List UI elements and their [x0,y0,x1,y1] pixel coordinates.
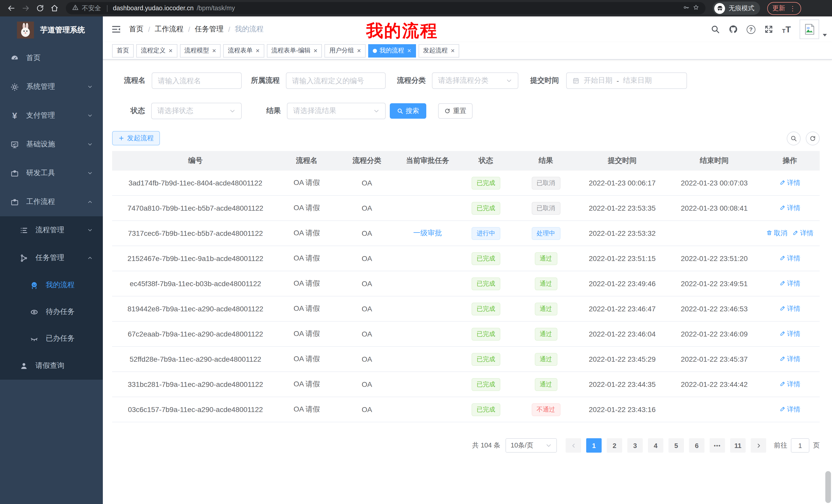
logo-row[interactable]: 芋道管理系统 [0,17,103,44]
chevron-down-icon [87,84,93,89]
sidebar-item-todo-tasks[interactable]: 待办任务 [0,299,103,325]
tab-发起流程[interactable]: 发起流程× [418,44,459,57]
parent-process-input[interactable] [286,73,386,89]
close-icon[interactable]: × [407,47,411,54]
result-select[interactable]: 请选择流结果 [287,103,386,119]
sidebar-item-task-mgmt[interactable]: 任务管理 [0,244,103,272]
font-size-icon[interactable]: TT [782,25,791,34]
more-pages-button[interactable]: ••• [710,438,725,453]
bookmark-star-icon[interactable] [693,4,699,12]
sidebar-item-my-process[interactable]: 我的流程 [0,272,103,299]
detail-button[interactable]: 详情 [779,178,800,188]
close-icon[interactable]: × [169,47,173,54]
cell-id: 331bc281-7b9a-11ec-a290-acde48001122 [112,380,279,388]
tab-流程表单-编辑[interactable]: 流程表单-编辑× [267,44,322,57]
home-icon[interactable] [48,2,61,15]
sidebar-item-infrastructure[interactable]: 基础设施 [0,130,103,159]
sidebar-fold-icon[interactable] [111,24,121,34]
sidebar-item-devtools[interactable]: 研发工具 [0,159,103,188]
address-bar[interactable]: 不安全 dashboard.yudao.iocoder.cn/bpm/task/… [66,2,705,15]
browser-menu-icon[interactable]: ⋮ [789,5,796,11]
detail-button[interactable]: 详情 [779,279,800,288]
help-icon[interactable]: ? [747,25,755,34]
search-icon[interactable] [711,25,720,34]
close-icon[interactable]: × [357,47,361,54]
create-process-button[interactable]: 发起流程 [112,131,160,145]
close-icon[interactable]: × [451,47,454,54]
prev-page-button[interactable] [566,438,581,453]
tab-流程表单[interactable]: 流程表单× [223,44,264,57]
detail-button[interactable]: 详情 [792,229,813,238]
caret-down-icon[interactable] [823,34,827,36]
update-button[interactable]: 更新 ⋮ [767,2,801,15]
status-label: 状态 [126,106,145,116]
search-button[interactable]: 搜索 [390,103,426,119]
reload-icon[interactable] [34,2,46,15]
page-button-6[interactable]: 6 [689,438,704,453]
detail-button[interactable]: 详情 [779,203,800,213]
key-icon[interactable] [683,4,690,12]
close-icon[interactable]: × [212,47,216,54]
forward-icon[interactable] [20,2,32,15]
reset-button[interactable]: 重置 [438,103,473,119]
table-search-icon[interactable] [787,131,801,145]
submit-time-range-input[interactable]: 开始日期 - 结束日期 [566,73,687,89]
tab-流程模型[interactable]: 流程模型× [180,44,220,57]
process-name-input[interactable] [152,73,242,89]
detail-button[interactable]: 详情 [779,380,800,389]
breadcrumb-item[interactable]: 任务管理 [195,25,224,34]
row-actions: 详情 [760,329,820,339]
sidebar-item-leave-query[interactable]: 请假查询 [0,352,103,380]
avatar[interactable] [800,20,819,39]
breadcrumb-item[interactable]: 工作流程 [155,25,184,34]
cell-actions: 详情 [760,279,820,288]
cell-submit-time: 2022-01-23 00:06:17 [576,179,669,187]
next-page-button[interactable] [751,438,766,453]
detail-button[interactable]: 详情 [779,355,800,364]
table-refresh-icon[interactable] [806,131,820,145]
page-size-select[interactable]: 10条/页 [505,438,557,453]
close-icon[interactable]: × [314,47,317,54]
page-button-3[interactable]: 3 [627,438,643,453]
detail-button[interactable]: 详情 [779,405,800,414]
sidebar-item-process-mgmt[interactable]: 流程管理 [0,216,103,244]
sidebar-item-label: 首页 [26,53,41,63]
page-button-11[interactable]: 11 [730,438,746,453]
tab-用户分组[interactable]: 用户分组× [325,44,366,57]
table-row: 7470a810-7b9b-11ec-b5b7-acde48001122OA 请… [112,196,820,221]
fullscreen-icon[interactable] [764,25,773,34]
sidebar-item-label: 已办任务 [46,334,75,343]
cell-process-name: OA 请假 [279,329,335,339]
table-row: 67c2eaab-7b9a-11ec-a290-acde48001122OA 请… [112,321,820,347]
back-icon[interactable] [5,2,18,15]
cell-result: 通过 [516,378,576,391]
cell-status: 已完成 [456,353,516,366]
breadcrumb-item[interactable]: 首页 [129,25,144,34]
goto-page-input[interactable] [791,438,809,453]
category-select[interactable]: 请选择流程分类 [432,73,518,89]
detail-button[interactable]: 详情 [779,329,800,339]
tab-我的流程[interactable]: 我的流程× [368,44,416,57]
github-icon[interactable] [729,25,738,34]
sidebar-item-home[interactable]: 首页 [0,44,103,73]
sidebar-item-system[interactable]: 系统管理 [0,73,103,101]
cell-actions: 详情 [760,355,820,364]
close-icon[interactable]: × [256,47,259,54]
page-button-5[interactable]: 5 [669,438,684,453]
row-actions: 详情 [760,355,820,364]
detail-button[interactable]: 详情 [779,254,800,263]
page-button-1[interactable]: 1 [586,438,602,453]
status-select[interactable]: 请选择状态 [151,103,242,119]
sidebar-item-done-tasks[interactable]: 已办任务 [0,325,103,352]
scrollbar-thumb[interactable] [825,471,831,503]
task-link[interactable]: 一级审批 [413,229,442,237]
sidebar-item-payment[interactable]: ¥支付管理 [0,101,103,130]
page-button-2[interactable]: 2 [607,438,622,453]
page-button-4[interactable]: 4 [648,438,663,453]
cancel-button[interactable]: 取消 [766,229,787,238]
tab-流程定义[interactable]: 流程定义× [136,44,177,57]
status-badge: 已完成 [471,378,500,391]
tab-首页[interactable]: 首页 [112,44,134,57]
sidebar-item-workflow[interactable]: 工作流程 [0,188,103,216]
detail-button[interactable]: 详情 [779,304,800,313]
